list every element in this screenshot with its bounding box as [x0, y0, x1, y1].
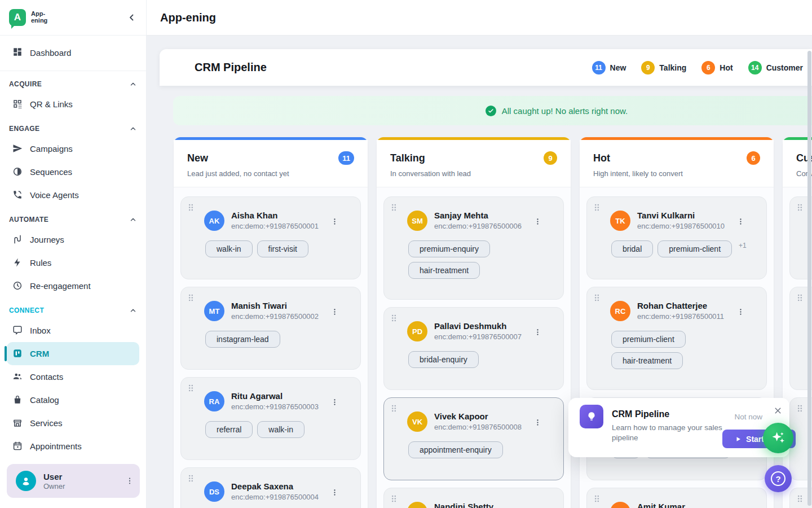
- sidebar-item-qr-links[interactable]: QR & Links: [0, 93, 146, 116]
- storefront-icon: [12, 418, 24, 429]
- avatar: RC: [610, 301, 630, 321]
- section-header-acquire[interactable]: ACQUIRE: [9, 80, 137, 88]
- sidebar-item-label: Inbox: [30, 326, 51, 335]
- sidebar-item-crm[interactable]: CRM: [7, 342, 139, 365]
- clock-icon: [12, 281, 24, 292]
- sidebar-item-journeys[interactable]: Journeys: [0, 228, 146, 251]
- sidebar-item-inbox[interactable]: Inbox: [0, 319, 146, 342]
- chevron-up-icon[interactable]: [129, 80, 137, 88]
- drag-handle-icon[interactable]: [594, 494, 600, 503]
- chevron-up-icon[interactable]: [129, 306, 137, 314]
- lead-name: Manish Tiwari: [231, 301, 319, 310]
- card-menu-button[interactable]: [533, 418, 542, 427]
- drag-handle-icon[interactable]: [797, 203, 803, 212]
- lead-card-nandini-shetty[interactable]: NS Nandini Shetty: [383, 488, 564, 508]
- qr-code-icon: [12, 99, 24, 110]
- stat-count-badge: 9: [641, 61, 655, 75]
- card-menu-button[interactable]: [533, 328, 542, 336]
- card-menu-button[interactable]: [330, 488, 339, 497]
- not-now-button[interactable]: Not now: [734, 413, 762, 421]
- pipeline-column-talking: Talking 9 In conversation with lead SM S…: [377, 137, 571, 508]
- drag-handle-icon[interactable]: [797, 294, 803, 302]
- chevron-up-icon[interactable]: [129, 125, 137, 133]
- drag-handle-icon[interactable]: [188, 384, 194, 392]
- stat-count-badge: 14: [748, 61, 762, 75]
- lead-card-rohan-chatterjee[interactable]: RC Rohan Chatterjee enc:demo:+9198765000…: [586, 287, 767, 390]
- card-menu-button[interactable]: [330, 217, 339, 226]
- sidebar-item-label: Campaigns: [30, 144, 73, 154]
- lead-card-aisha-khan[interactable]: AK Aisha Khan enc:demo:+919876500001 wal…: [180, 196, 361, 279]
- section-header-engage[interactable]: ENGAGE: [9, 125, 137, 133]
- lead-phone: enc:demo:+919876500004: [231, 493, 319, 501]
- user-panel[interactable]: User Owner: [7, 464, 140, 498]
- user-menu-button[interactable]: [125, 476, 134, 485]
- stat-count-badge: 11: [592, 61, 606, 75]
- lead-card-vivek-kapoor[interactable]: VK Vivek Kapoor enc:demo:+919876500008 a…: [383, 397, 564, 480]
- drag-handle-icon[interactable]: [797, 494, 803, 503]
- stat-talking: 9Talking: [641, 61, 686, 75]
- drag-handle-icon[interactable]: [594, 203, 600, 212]
- drag-handle-icon[interactable]: [797, 404, 803, 413]
- column-header: Talking 9 In conversation with lead: [377, 140, 571, 187]
- sidebar-logo-row: A App- ening: [0, 0, 146, 36]
- sidebar-item-label: Services: [30, 418, 63, 428]
- app-logo-icon: A: [9, 9, 26, 26]
- sidebar-item-catalog[interactable]: Catalog: [0, 388, 146, 411]
- sidebar-collapse-button[interactable]: [127, 12, 137, 23]
- sidebar-item-voice-agents[interactable]: Voice Agents: [0, 183, 146, 207]
- drag-handle-icon[interactable]: [391, 494, 397, 503]
- drag-handle-icon[interactable]: [188, 474, 194, 483]
- column-count-badge: 9: [544, 151, 557, 165]
- lightning-icon: [12, 257, 24, 269]
- column-title: New: [187, 152, 208, 164]
- sidebar-item-sequences[interactable]: Sequences: [0, 160, 146, 183]
- sidebar-item-services[interactable]: Services: [0, 411, 146, 435]
- ai-assistant-fab[interactable]: [763, 423, 793, 453]
- sidebar-item-re-engagement[interactable]: Re-engagement: [0, 274, 146, 297]
- card-menu-button[interactable]: [736, 308, 745, 316]
- drag-handle-icon[interactable]: [391, 404, 397, 413]
- drag-handle-icon[interactable]: [391, 314, 397, 322]
- chevron-up-icon[interactable]: [129, 216, 137, 224]
- column-title: Hot: [593, 152, 610, 164]
- column-body: SM Sanjay Mehta enc:demo:+919876500006 p…: [377, 187, 571, 508]
- sidebar-item-contacts[interactable]: Contacts: [0, 365, 146, 388]
- section-header-automate[interactable]: AUTOMATE: [9, 216, 137, 224]
- vertical-scrollbar[interactable]: [807, 51, 811, 506]
- tag-pill: bridal: [611, 240, 653, 257]
- card-menu-button[interactable]: [330, 308, 339, 316]
- drag-handle-icon[interactable]: [594, 294, 600, 302]
- drag-handle-icon[interactable]: [188, 203, 194, 212]
- half-circle-icon: [12, 167, 24, 178]
- lead-card-pallavi-deshmukh[interactable]: PD Pallavi Deshmukh enc:demo:+9198765000…: [383, 307, 564, 390]
- column-body: AK Aisha Khan enc:demo:+919876500001 wal…: [174, 187, 368, 508]
- card-menu-button[interactable]: [736, 217, 745, 226]
- stat-label: New: [610, 63, 626, 72]
- logo-line2: ening: [31, 17, 47, 24]
- card-menu-button[interactable]: [533, 217, 542, 226]
- drag-handle-icon[interactable]: [391, 203, 397, 212]
- lead-phone: enc:demo:+919876500010: [637, 222, 725, 230]
- lead-card-manish-tiwari[interactable]: MT Manish Tiwari enc:demo:+919876500002 …: [180, 287, 361, 370]
- lead-card-ritu-agarwal[interactable]: RA Ritu Agarwal enc:demo:+919876500003 r…: [180, 377, 361, 460]
- lead-card-tanvi-kulkarni[interactable]: TK Tanvi Kulkarni enc:demo:+919876500010…: [586, 196, 767, 279]
- section-header-connect[interactable]: CONNECT: [9, 306, 137, 314]
- drag-handle-icon[interactable]: [188, 294, 194, 302]
- message-square-icon: [12, 325, 24, 336]
- lead-card-deepak-saxena[interactable]: DS Deepak Saxena enc:demo:+919876500004: [180, 467, 361, 508]
- sidebar-item-rules[interactable]: Rules: [0, 251, 146, 274]
- avatar: NS: [407, 502, 427, 508]
- lead-card-amit-kumar[interactable]: AK Amit Kumar: [586, 488, 767, 508]
- card-menu-button[interactable]: [330, 398, 339, 406]
- column-count-badge: 6: [747, 151, 760, 165]
- help-fab[interactable]: ?: [765, 465, 792, 492]
- tag-pill: walk-in: [205, 240, 253, 257]
- close-icon[interactable]: [773, 406, 783, 415]
- section-label: ACQUIRE: [9, 80, 42, 88]
- column-subtitle: High intent, likely to convert: [593, 169, 760, 178]
- sidebar-item-appointments[interactable]: Appointments: [0, 435, 146, 458]
- sidebar-item-campaigns[interactable]: Campaigns: [0, 137, 146, 160]
- lead-card-sanjay-mehta[interactable]: SM Sanjay Mehta enc:demo:+919876500006 p…: [383, 196, 564, 300]
- sidebar-item-dashboard[interactable]: Dashboard: [0, 40, 146, 65]
- avatar: SM: [407, 211, 427, 231]
